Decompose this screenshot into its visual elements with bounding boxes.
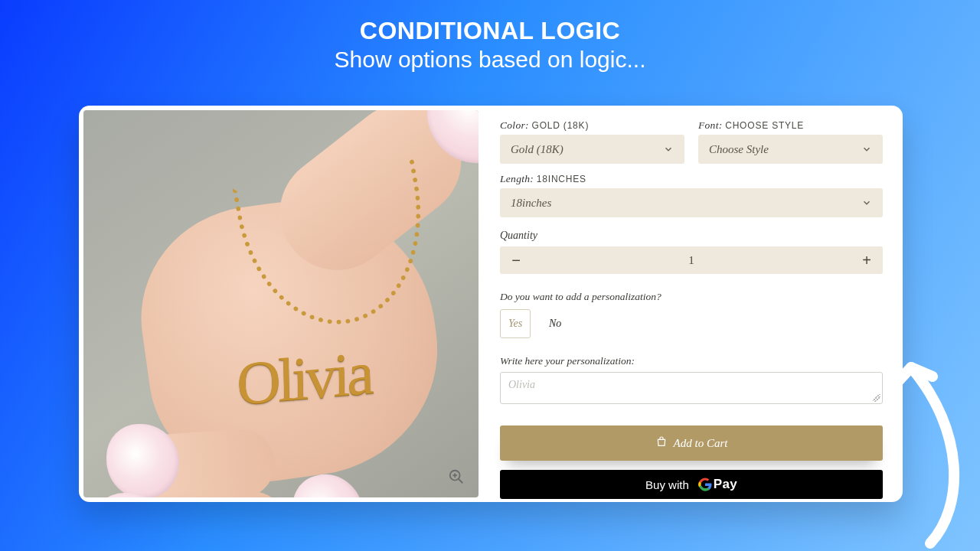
necklace-script: Olivia [237, 341, 372, 415]
color-select[interactable]: Gold (18K) [500, 135, 684, 164]
options-form: Color: GOLD (18K) Gold (18K) Font: CHOOS… [483, 106, 903, 502]
gpay-logo: Pay [698, 477, 737, 492]
color-selected: Gold (18K) [511, 143, 564, 156]
personalization-input[interactable]: Olivia [500, 372, 883, 404]
color-label: Color: GOLD (18K) [500, 119, 684, 132]
quantity-value: 1 [532, 254, 851, 267]
quantity-stepper: − 1 + [500, 246, 883, 274]
length-label: Length: 18INCHES [500, 173, 883, 185]
chevron-down-icon [861, 197, 872, 208]
quantity-label: Quantity [500, 230, 883, 242]
font-label: Font: CHOOSE STYLE [698, 119, 883, 132]
product-image[interactable]: Olivia [83, 110, 479, 497]
page-title: CONDITIONAL LOGIC [0, 17, 980, 45]
personalization-no[interactable]: No [543, 309, 573, 338]
chevron-down-icon [663, 144, 674, 155]
chevron-down-icon [861, 144, 872, 155]
length-select[interactable]: 18inches [500, 188, 883, 217]
personalization-question: Do you want to add a personalization? [500, 291, 883, 303]
quantity-decrease[interactable]: − [500, 246, 532, 274]
zoom-icon[interactable] [448, 468, 465, 485]
personalization-yes[interactable]: Yes [500, 309, 531, 338]
length-selected: 18inches [511, 197, 551, 210]
personalization-input-label: Write here your personalization: [500, 355, 883, 367]
gpay-button[interactable]: Buy with Pay [500, 470, 883, 499]
font-select[interactable]: Choose Style [698, 135, 883, 164]
buy-with-text: Buy with [645, 478, 689, 491]
hand-illustration: Olivia [83, 110, 479, 497]
product-card: Olivia Color: GOLD (18K) [79, 106, 903, 502]
bag-icon [655, 435, 668, 451]
font-selected: Choose Style [709, 143, 769, 156]
quantity-increase[interactable]: + [851, 246, 883, 274]
add-to-cart-label: Add to Cart [674, 437, 728, 450]
add-to-cart-button[interactable]: Add to Cart [500, 425, 883, 461]
page-subtitle: Show options based on logic... [0, 47, 980, 73]
svg-line-1 [459, 479, 463, 484]
